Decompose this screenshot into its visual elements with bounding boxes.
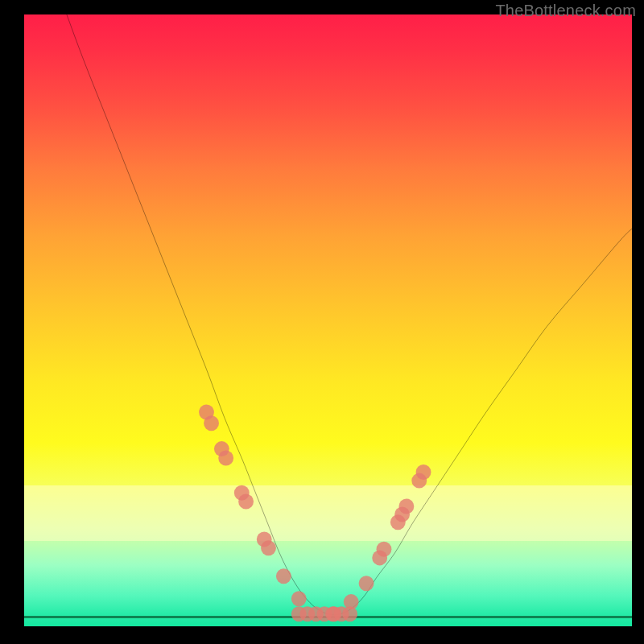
marker-dot <box>261 540 276 555</box>
bottleneck-curve <box>67 14 632 615</box>
outer-frame: TheBottleneck.com <box>0 0 644 644</box>
marker-dot <box>359 576 374 591</box>
dots-right <box>327 464 431 621</box>
marker-dot <box>398 499 414 514</box>
marker-dot <box>342 606 357 621</box>
chart-svg <box>24 14 632 626</box>
marker-dot <box>377 542 392 557</box>
marker-dot <box>218 451 233 466</box>
plot-area <box>24 14 632 626</box>
marker-dot <box>276 568 291 584</box>
marker-dot <box>204 415 219 431</box>
dots-left <box>199 405 307 607</box>
marker-dot <box>291 591 307 606</box>
marker-dot <box>238 493 254 509</box>
watermark-text: TheBottleneck.com <box>495 2 636 20</box>
dots-bottom <box>291 606 357 621</box>
marker-dot <box>416 464 431 480</box>
